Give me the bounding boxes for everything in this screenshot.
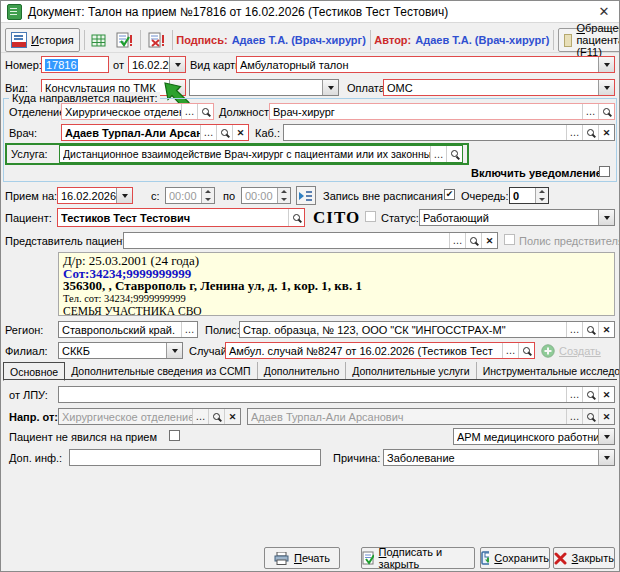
save-button[interactable]: Сохранить: [480, 547, 550, 569]
tab-ssmp-info[interactable]: Дополнительные сведения из ССМП: [65, 362, 258, 379]
close-button[interactable]: Закрыть: [553, 547, 615, 569]
clear-button[interactable]: [598, 387, 614, 402]
time-to-value: 00:00: [245, 190, 277, 202]
department-field[interactable]: Хирургическое отделение: [61, 103, 214, 120]
ref-doctor-field[interactable]: Адаев Турпал-Али Арсанович: [247, 408, 615, 425]
dropdown-arrow[interactable]: [598, 450, 614, 465]
ref-department-field[interactable]: Хирургическое отделение: [58, 408, 241, 425]
dropdown-arrow[interactable]: [166, 343, 182, 358]
rep-policy-checkbox[interactable]: [504, 234, 515, 245]
ellipsis-button[interactable]: [181, 104, 197, 119]
representative-field[interactable]: [123, 232, 498, 249]
case-field[interactable]: Амбул. случай №8247 от 16.02.2026 (Тести…: [225, 342, 535, 359]
policy-field[interactable]: Стар. образца, № 123, ООО "СК "ИНГОССТРА…: [239, 321, 615, 338]
tab-additional-services[interactable]: Дополнительные услуги: [346, 362, 477, 379]
clear-button[interactable]: [224, 409, 240, 424]
service-field[interactable]: Дистанционное взаимодействие Врач-хирург…: [59, 145, 463, 163]
ellipsis-button[interactable]: [566, 125, 582, 140]
kind-extra-combo[interactable]: [189, 79, 339, 96]
time-to-field[interactable]: 00:00: [241, 187, 291, 204]
reason-combo[interactable]: Заболевание: [383, 449, 615, 466]
unsign-document-button[interactable]: [145, 29, 168, 51]
toolbar-separator: [553, 30, 554, 50]
search-button[interactable]: [598, 104, 614, 119]
dropdown-arrow[interactable]: [322, 80, 338, 95]
dropdown-arrow[interactable]: [598, 57, 614, 72]
search-button[interactable]: [216, 125, 232, 140]
grid-button[interactable]: [88, 29, 109, 51]
time-from-spinner[interactable]: [201, 188, 214, 203]
patient-field[interactable]: Тестиков Тест Тестович: [57, 208, 305, 227]
time-from-field[interactable]: 00:00: [165, 187, 215, 204]
doctor-field[interactable]: Адаев Турпал-Али Арсанович: [61, 124, 249, 141]
cito-checkbox[interactable]: [365, 211, 376, 222]
search-button[interactable]: [518, 343, 534, 358]
dropdown-arrow[interactable]: [169, 57, 185, 72]
status-combo[interactable]: Работающий: [419, 209, 615, 226]
clear-button[interactable]: [598, 409, 614, 424]
appointment-date-field[interactable]: 16.02.2026: [57, 187, 133, 204]
ellipsis-button[interactable]: [566, 387, 582, 402]
tab-instrumental[interactable]: Инструментальные исследования: [477, 362, 620, 379]
document-datetime-field[interactable]: 16.02.2026 14:0: [128, 56, 186, 73]
ellipsis-button[interactable]: [192, 409, 208, 424]
ellipsis-button[interactable]: [566, 322, 582, 337]
sign-and-close-button[interactable]: Подписать и закрыть: [361, 547, 475, 569]
window-close-button[interactable]: ✕: [595, 3, 613, 21]
search-button[interactable]: [446, 146, 462, 162]
ellipsis-button[interactable]: [430, 146, 446, 162]
off-schedule-checkbox[interactable]: [444, 189, 455, 200]
close-x-icon: [554, 552, 567, 565]
queue-field[interactable]: 0: [509, 187, 549, 204]
save-label: Сохранить: [494, 552, 549, 564]
status-label: Статус:: [381, 212, 419, 224]
lpu-field[interactable]: [58, 386, 615, 403]
patient-appeals-button[interactable]: Обращения пациента (F11): [558, 28, 620, 52]
search-button[interactable]: [582, 409, 598, 424]
create-case-button[interactable]: Создать: [541, 342, 617, 359]
payment-combo[interactable]: ОМС: [383, 79, 615, 96]
print-button[interactable]: Печать: [264, 547, 340, 569]
position-field[interactable]: Врач-хирург: [269, 103, 615, 120]
no-show-checkbox[interactable]: [169, 430, 180, 441]
dropdown-arrow[interactable]: [598, 429, 614, 444]
sign-document-button[interactable]: [113, 29, 136, 51]
notify-checkbox[interactable]: [599, 166, 610, 177]
ellipsis-button[interactable]: [181, 322, 197, 337]
schedule-button[interactable]: [296, 186, 316, 205]
branch-combo[interactable]: СККБ: [58, 342, 183, 359]
region-field[interactable]: Ставропольский край.: [58, 321, 198, 338]
search-button[interactable]: [208, 409, 224, 424]
search-button[interactable]: [582, 125, 598, 140]
search-button[interactable]: [582, 387, 598, 402]
queue-value: 0: [513, 190, 535, 202]
card-type-combo[interactable]: Амбулаторный талон: [236, 56, 615, 73]
arm-combo[interactable]: АРМ медицинского работника: [453, 428, 615, 445]
dropdown-arrow[interactable]: [598, 80, 614, 95]
search-button[interactable]: [582, 322, 598, 337]
clear-button[interactable]: [232, 125, 248, 140]
cabinet-field[interactable]: [283, 124, 615, 141]
ref-doctor-value: Адаев Турпал-Али Арсанович: [251, 411, 566, 423]
ellipsis-button[interactable]: [200, 125, 216, 140]
search-button[interactable]: [288, 209, 304, 226]
clear-button[interactable]: [598, 125, 614, 140]
ellipsis-button[interactable]: [566, 409, 582, 424]
ellipsis-button[interactable]: [449, 233, 465, 248]
add-info-field[interactable]: [69, 449, 321, 466]
queue-spinner[interactable]: [535, 188, 548, 203]
number-field[interactable]: 17816: [41, 56, 109, 73]
tab-additional[interactable]: Дополнительно: [258, 362, 347, 379]
search-button[interactable]: [197, 104, 213, 119]
search-button[interactable]: [465, 233, 481, 248]
history-button[interactable]: История: [5, 28, 80, 52]
time-to-spinner[interactable]: [277, 188, 290, 203]
ellipsis-button[interactable]: [502, 343, 518, 358]
clear-button[interactable]: [481, 233, 497, 248]
dropdown-arrow[interactable]: [598, 210, 614, 225]
patient-category: СЕМЬЯ УЧАСТНИКА СВО: [63, 305, 610, 318]
clear-button[interactable]: [598, 322, 614, 337]
history-icon: [11, 32, 27, 48]
dropdown-arrow[interactable]: [116, 188, 132, 203]
ellipsis-button[interactable]: [582, 104, 598, 119]
